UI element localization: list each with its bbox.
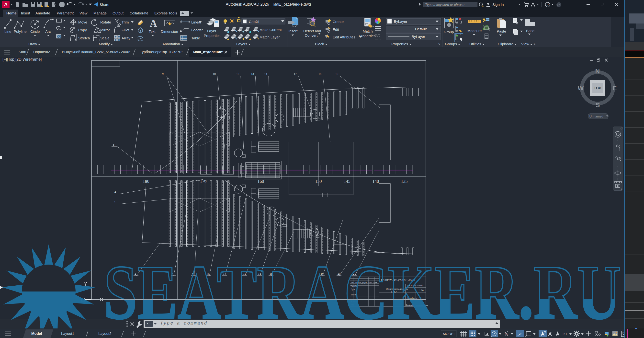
svg-text:TOP: TOP	[594, 86, 602, 90]
svg-text:Изм Лист № докум. Подп. Д: Изм Лист № докум. Подп. Дата	[351, 281, 377, 284]
svg-text:Match Layer: Match Layer	[260, 35, 280, 39]
svg-text:1:1: 1:1	[562, 332, 568, 336]
svg-text:15: 15	[270, 272, 272, 275]
svg-text:Leader: Leader	[191, 28, 203, 32]
svg-text:Group: Group	[444, 30, 454, 34]
svg-text:17: 17	[294, 72, 297, 76]
svg-text:S: S	[596, 101, 600, 109]
svg-text:140: 140	[372, 179, 379, 184]
svg-text:Base: Base	[526, 29, 534, 33]
svg-text:Fillet: Fillet	[122, 28, 130, 32]
svg-text:?: ?	[547, 3, 548, 7]
svg-text:в МО: в МО	[391, 290, 396, 293]
svg-text:145: 145	[344, 179, 350, 184]
svg-text:Mirror: Mirror	[100, 28, 110, 32]
svg-text:Edit Attributes: Edit Attributes	[333, 35, 356, 39]
svg-text:Stretch: Stretch	[78, 36, 90, 40]
svg-text:Detect and: Detect and	[303, 29, 321, 33]
svg-text:1:50: 1:50	[419, 289, 424, 292]
svg-text:Properties: Properties	[359, 34, 376, 38]
svg-text:Polyline: Polyline	[14, 29, 27, 34]
svg-text:21: 21	[353, 272, 356, 275]
svg-text:16: 16	[321, 272, 324, 275]
svg-text:КП-НГТУ-1401-(99-КС-1)-05-03: КП-НГТУ-1401-(99-КС-1)-05-03	[381, 279, 415, 282]
svg-text:6: 6	[192, 272, 194, 275]
svg-text:Пров.: Пров.	[351, 288, 356, 290]
svg-text:Array: Array	[122, 36, 130, 40]
svg-text:13: 13	[251, 72, 254, 76]
svg-text:Match: Match	[363, 29, 373, 33]
svg-text:Create: Create	[333, 20, 344, 24]
svg-text:Properties: Properties	[204, 34, 220, 38]
svg-text:Trim: Trim	[122, 20, 129, 24]
svg-text:Line: Line	[4, 29, 11, 34]
svg-text:Paste: Paste	[497, 29, 506, 33]
svg-text:Measure: Measure	[468, 29, 482, 33]
svg-text:Слой1: Слой1	[249, 20, 260, 24]
svg-text:1: 1	[223, 272, 224, 275]
svg-text:Лит. Масса Масшт.: Лит. Масса Масшт.	[407, 285, 423, 287]
svg-text:W: W	[578, 85, 584, 92]
svg-text:9: 9	[162, 72, 164, 76]
svg-text:N: N	[595, 68, 600, 75]
svg-text:Разраб.: Разраб.	[351, 285, 357, 287]
svg-text:Кафедра Судостроения: Кафедра Судостроения	[406, 304, 428, 306]
svg-text:Т.контр.: Т.контр.	[351, 294, 357, 296]
svg-text:Dimension: Dimension	[161, 29, 178, 34]
svg-text:3: 3	[114, 200, 115, 204]
svg-text:Text: Text	[149, 29, 156, 34]
svg-text:14: 14	[264, 72, 267, 76]
svg-text:Arc: Arc	[45, 29, 51, 34]
svg-text:11: 11	[243, 272, 246, 275]
svg-text:7: 7	[172, 272, 173, 275]
svg-text:8: 8	[113, 143, 114, 146]
svg-text:170: 170	[200, 179, 207, 184]
svg-text:E: E	[612, 85, 616, 92]
svg-text:Table: Table	[191, 36, 200, 40]
svg-text:5: 5	[208, 272, 209, 275]
svg-text:10: 10	[213, 72, 216, 76]
svg-text:160: 160	[258, 179, 264, 184]
svg-text:135: 135	[401, 179, 408, 184]
svg-text:Unnamed: Unnamed	[590, 115, 603, 118]
svg-text:14: 14	[258, 272, 261, 275]
svg-text:Н.контр.: Н.контр.	[351, 300, 358, 302]
svg-text:Rotate: Rotate	[100, 20, 111, 24]
svg-text:19: 19	[335, 72, 338, 76]
svg-text:Make Current: Make Current	[260, 28, 282, 32]
svg-text:A: A	[150, 18, 157, 29]
svg-text:Общее расположение: Общее расположение	[386, 287, 408, 290]
svg-text:Insert: Insert	[288, 29, 298, 33]
svg-text:2: 2	[134, 272, 136, 275]
svg-text:MODEL: MODEL	[443, 332, 456, 336]
svg-text:4: 4	[114, 190, 116, 194]
svg-text:12: 12	[236, 72, 239, 76]
svg-text:Layer: Layer	[207, 29, 216, 33]
svg-text:ByLayer: ByLayer	[394, 19, 407, 24]
svg-text:150: 150	[315, 179, 322, 184]
svg-text:Convert: Convert	[305, 33, 318, 38]
svg-text:Edit: Edit	[333, 28, 339, 32]
svg-text:Move: Move	[78, 20, 87, 24]
svg-text:Default: Default	[415, 27, 427, 31]
svg-text:Утв.: Утв.	[351, 304, 354, 306]
svg-text:Copy: Copy	[78, 28, 87, 32]
svg-text:180: 180	[143, 179, 150, 184]
svg-text:Лист Листов: Лист Листов	[407, 297, 417, 299]
svg-text:Scale: Scale	[100, 36, 110, 40]
svg-text:ByLayer: ByLayer	[412, 35, 425, 39]
svg-text:18: 18	[318, 72, 322, 76]
svg-text:Circle: Circle	[30, 29, 40, 34]
